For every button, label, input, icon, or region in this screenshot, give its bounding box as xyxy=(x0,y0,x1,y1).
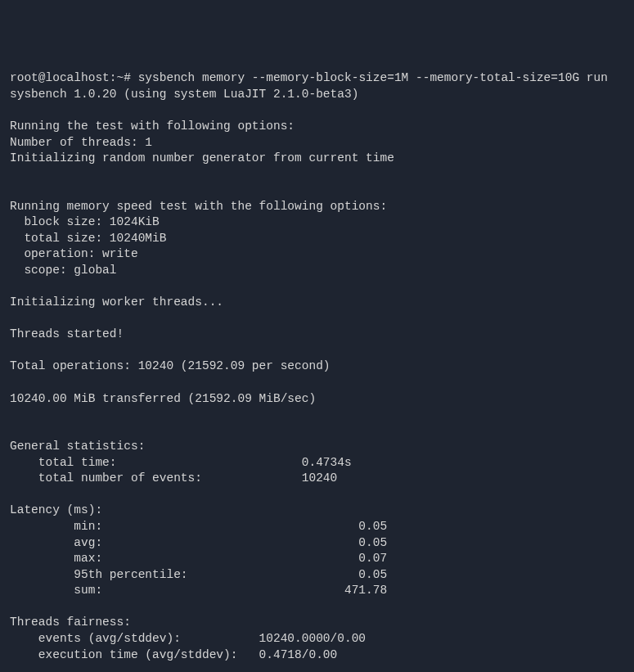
options-header: Running the test with following options: xyxy=(10,119,624,135)
latency-min: min: 0.05 xyxy=(10,519,624,535)
blank-line xyxy=(10,183,624,199)
operation: operation: write xyxy=(10,246,624,263)
fairness-header: Threads fairness: xyxy=(10,615,624,631)
latency-avg: avg: 0.05 xyxy=(10,535,624,552)
terminal-output[interactable]: root@localhost:~# sysbench memory --memo… xyxy=(10,70,624,663)
total-operations: Total operations: 10240 (21592.09 per se… xyxy=(10,359,624,375)
blank-line xyxy=(10,343,624,359)
latency-p95: 95th percentile: 0.05 xyxy=(10,567,624,584)
total-events: total number of events: 10240 xyxy=(10,471,624,487)
scope: scope: global xyxy=(10,263,624,279)
blank-line xyxy=(10,599,624,616)
blank-line xyxy=(10,102,624,119)
threads-started: Threads started! xyxy=(10,327,624,343)
fairness-events: events (avg/stddev): 10240.0000/0.00 xyxy=(10,631,624,647)
stats-header: General statistics: xyxy=(10,439,624,455)
threads-count: Number of threads: 1 xyxy=(10,135,624,151)
fairness-exec: execution time (avg/stddev): 0.4718/0.00 xyxy=(10,647,624,664)
rng-init: Initializing random number generator fro… xyxy=(10,151,624,167)
blank-line xyxy=(10,167,624,183)
total-time: total time: 0.4734s xyxy=(10,455,624,471)
blank-line xyxy=(10,423,624,440)
init-workers: Initializing worker threads... xyxy=(10,295,624,311)
latency-sum: sum: 471.78 xyxy=(10,583,624,599)
prompt-line: root@localhost:~# sysbench memory --memo… xyxy=(10,70,624,87)
shell-prompt: root@localhost:~# xyxy=(10,71,138,84)
blank-line xyxy=(10,375,624,391)
memtest-header: Running memory speed test with the follo… xyxy=(10,199,624,215)
total-size: total size: 10240MiB xyxy=(10,231,624,247)
transferred: 10240.00 MiB transferred (21592.09 MiB/s… xyxy=(10,391,624,408)
block-size: block size: 1024KiB xyxy=(10,214,624,231)
version-line: sysbench 1.0.20 (using system LuaJIT 2.1… xyxy=(10,87,624,103)
blank-line xyxy=(10,407,624,423)
blank-line xyxy=(10,279,624,295)
blank-line xyxy=(10,487,624,503)
latency-max: max: 0.07 xyxy=(10,551,624,567)
command-text: sysbench memory --memory-block-size=1M -… xyxy=(138,71,608,84)
latency-header: Latency (ms): xyxy=(10,503,624,519)
blank-line xyxy=(10,311,624,327)
